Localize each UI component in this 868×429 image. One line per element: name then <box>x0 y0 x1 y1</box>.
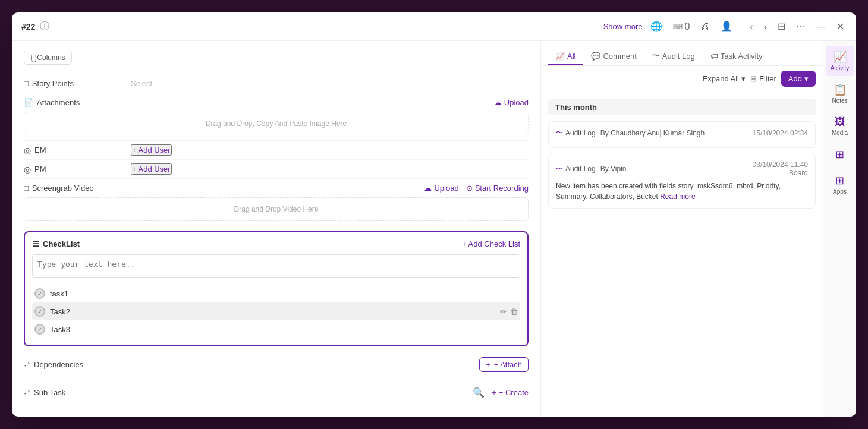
tab-all[interactable]: 📈 All <box>548 48 583 65</box>
sidebar-item-apps[interactable]: ⊞ Apps <box>826 169 854 200</box>
checklist-check-3[interactable]: ✓ <box>34 324 45 335</box>
screengrab-icon: □ <box>24 184 29 193</box>
audit-location-2: Board <box>753 169 808 177</box>
subtask-create-btn[interactable]: + + Create <box>492 388 529 397</box>
user-icon-btn[interactable]: 👤 <box>718 18 735 34</box>
subtask-search-btn[interactable]: 🔍 <box>470 384 487 400</box>
checklist-check-1[interactable]: ✓ <box>34 288 45 299</box>
badge-count-btn[interactable]: ⌨ 0 <box>671 19 692 34</box>
apps-sidebar-label: Apps <box>833 188 847 195</box>
screengrab-upload-icon: ☁ <box>424 184 432 193</box>
tab-audit-log[interactable]: 〜 Audit Log <box>645 47 702 66</box>
pm-label: ◎ PM <box>24 165 131 174</box>
attachments-label: 📄 Attachments <box>24 98 131 107</box>
subtask-section: ⇌ Sub Task 🔍 + + Create <box>24 378 529 406</box>
pm-add-user-btn[interactable]: + Add User <box>131 163 172 175</box>
split-view-btn[interactable]: ⊟ <box>775 18 788 34</box>
sidebar-item-notes[interactable]: 📋 Notes <box>826 78 854 109</box>
attachments-section: 📄 Attachments ☁ Upload Drag and Drop, Co… <box>24 93 529 141</box>
screengrab-header: □ Screengrab Video ☁ Upload ⊙ Start Reco… <box>24 184 529 193</box>
chevron-down-icon: ▾ <box>741 74 746 83</box>
audit-by-2: By Vipin <box>600 165 627 173</box>
notes-sidebar-icon: 📋 <box>834 83 847 96</box>
attachments-upload-btn[interactable]: ☁ Upload <box>494 98 529 107</box>
attach-plus-icon: + <box>486 360 490 369</box>
dependencies-section: ⇌ Dependencies + + Attach <box>24 351 529 378</box>
tab-task-activity[interactable]: 🏷 Task Activity <box>703 48 770 65</box>
start-recording-btn[interactable]: ⊙ Start Recording <box>466 184 529 193</box>
em-label: ◎ EM <box>24 146 131 155</box>
upload-icon: ☁ <box>494 98 502 107</box>
checklist-item-text-3: Task3 <box>50 325 495 334</box>
story-points-label: □ Story Points <box>24 79 131 88</box>
checklist-item-text-1: task1 <box>50 289 495 298</box>
record-icon: ⊙ <box>466 184 473 193</box>
read-more-link-2[interactable]: Read more <box>660 193 695 201</box>
checklist-item-3: ✓ Task3 ✏ 🗑 <box>32 320 520 338</box>
globe-icon-btn[interactable]: 🌐 <box>648 18 665 34</box>
edit-icon-3[interactable]: ✏ <box>500 325 507 334</box>
close-btn[interactable]: ✕ <box>834 18 847 34</box>
checklist-title: ☰ CheckList <box>32 239 80 248</box>
media-sidebar-label: Media <box>832 130 848 136</box>
checklist-input[interactable] <box>32 254 520 278</box>
em-add-user-btn[interactable]: + Add User <box>131 144 172 156</box>
edit-icon-2[interactable]: ✏ <box>500 307 507 316</box>
audit-card-2: Audit Log By Vipin 03/10/2024 11:40 Boar… <box>548 154 816 209</box>
table-sidebar-icon: ⊞ <box>835 148 844 161</box>
sidebar-item-activity[interactable]: 📈 Activity <box>826 46 854 76</box>
delete-icon-3[interactable]: 🗑 <box>510 325 518 334</box>
screengrab-actions: ☁ Upload ⊙ Start Recording <box>424 184 529 193</box>
more-options-btn[interactable]: ⋯ <box>794 18 808 34</box>
delete-icon-2[interactable]: 🗑 <box>510 307 518 316</box>
story-points-row: □ Story Points Select <box>24 74 529 93</box>
attach-btn[interactable]: + + Attach <box>479 357 529 372</box>
checklist-item-2-actions: ✏ 🗑 <box>500 307 518 316</box>
delete-icon-1[interactable]: 🗑 <box>510 289 518 298</box>
screengrab-drag-drop[interactable]: Drag and Drop Video Here <box>24 197 529 221</box>
modal-header-right: Show more 🌐 ⌨ 0 🖨 👤 ‹ › ⊟ ⋯ — ✕ <box>603 18 847 34</box>
nav-prev-btn[interactable]: ‹ <box>747 19 755 34</box>
audit-card-1: Audit Log By Chaudhary Anuj Kumar Singh … <box>548 121 816 148</box>
tab-comment-icon: 💬 <box>591 52 600 61</box>
header-divider <box>741 20 741 34</box>
sidebar-item-table[interactable]: ⊞ <box>826 143 854 167</box>
audit-log-badge-1: Audit Log <box>556 128 596 138</box>
columns-btn[interactable]: { }Columns <box>24 51 72 65</box>
expand-all-btn[interactable]: Expand All ▾ <box>703 74 746 83</box>
subtask-label-group: ⇌ Sub Task <box>24 388 65 397</box>
tab-comment[interactable]: 💬 Comment <box>584 48 643 65</box>
create-plus-icon: + <box>492 388 496 397</box>
tab-all-icon: 📈 <box>555 52 565 61</box>
add-activity-btn[interactable]: Add ▾ <box>781 71 816 87</box>
audit-timestamp-2: 03/10/2024 11:40 <box>753 160 808 169</box>
print-icon-btn[interactable]: 🖨 <box>698 19 712 34</box>
sidebar-item-media[interactable]: 🖼 Media <box>826 111 854 141</box>
right-sidebar: 📈 Activity 📋 Notes 🖼 Media ⊞ <box>823 41 856 417</box>
attachments-icon: 📄 <box>24 98 33 107</box>
main-panel: { }Columns □ Story Points Select 📄 <box>12 41 541 417</box>
apps-sidebar-icon: ⊞ <box>835 174 844 187</box>
task-modal: #22 ⓘ Show more 🌐 ⌨ 0 🖨 👤 ‹ › ⊟ ⋯ — ✕ <box>12 12 856 417</box>
subtask-actions: 🔍 + + Create <box>470 384 529 400</box>
activity-sidebar-icon: 📈 <box>834 51 847 64</box>
story-points-value[interactable]: Select <box>131 79 529 88</box>
attachments-drag-drop[interactable]: Drag and Drop, Copy And Paste Image Here <box>24 112 529 135</box>
edit-icon-1[interactable]: ✏ <box>500 289 507 298</box>
subtask-icon: ⇌ <box>24 388 30 397</box>
checklist-item-2: ✓ Task2 ✏ 🗑 <box>32 302 520 320</box>
filter-icon: ⊟ <box>750 74 757 83</box>
nav-next-btn[interactable]: › <box>762 19 769 34</box>
info-icon[interactable]: ⓘ <box>40 20 49 33</box>
dependencies-label: Dependencies <box>34 360 83 369</box>
minimize-btn[interactable]: — <box>814 19 828 34</box>
show-more-link[interactable]: Show more <box>603 22 643 31</box>
filter-btn[interactable]: ⊟ Filter <box>750 74 776 83</box>
screengrab-upload-btn[interactable]: ☁ Upload <box>424 184 458 193</box>
audit-body-2: New item has been created with fields st… <box>556 181 808 202</box>
checklist-header: ☰ CheckList + Add Check List <box>32 239 520 248</box>
activity-tabs: 📈 All 💬 Comment 〜 Audit Log 🏷 <box>541 41 823 66</box>
checklist-check-2[interactable]: ✓ <box>34 306 45 317</box>
add-checklist-btn[interactable]: + Add Check List <box>462 239 520 248</box>
checklist-icon: ☰ <box>32 239 39 248</box>
